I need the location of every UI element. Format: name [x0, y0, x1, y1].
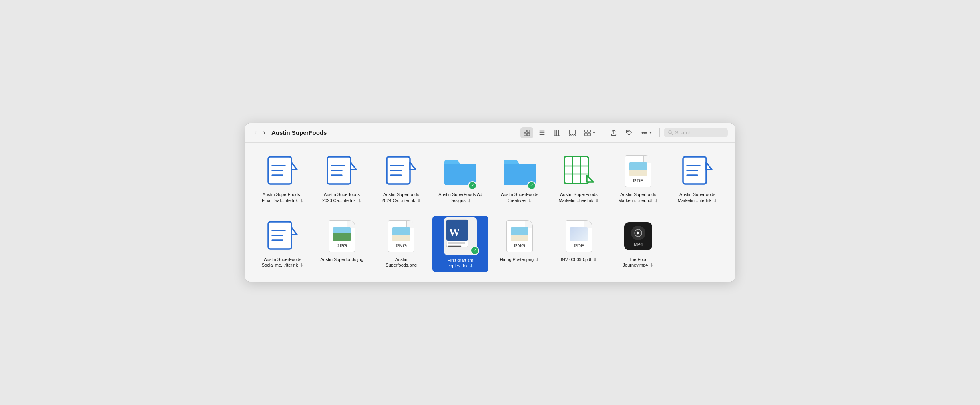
svg-rect-16: [585, 133, 587, 136]
forward-button[interactable]: ›: [261, 128, 267, 138]
file-name: Austin SuperFoods Marketin...heetlnk ⬇: [557, 192, 601, 204]
file-name: Austin Superfoods.png: [379, 257, 423, 269]
svg-marker-33: [351, 162, 356, 170]
list-item[interactable]: ✓ Austin SuperFoods Ad Designs ⬇: [432, 151, 488, 206]
list-item[interactable]: Austin Superfoods 2024 Ca...riterlnk ⬇: [373, 151, 429, 206]
view-columns-button[interactable]: [551, 127, 564, 138]
list-item[interactable]: ✓ Austin SuperFoods Creatives ⬇: [492, 151, 548, 206]
icloud-check-badge: ✓: [527, 181, 536, 190]
icloud-check-badge: ✓: [468, 181, 477, 190]
back-button[interactable]: ‹: [252, 128, 259, 138]
toolbar: ‹ › Austin SuperFoods: [245, 123, 735, 143]
more-button[interactable]: [638, 127, 655, 138]
search-icon: [668, 130, 673, 135]
word-icon: W: [446, 219, 475, 252]
list-item[interactable]: JPG Austin Superfoods.jpg: [314, 216, 370, 273]
file-icon-area: MP4: [620, 218, 656, 254]
file-icon-area: ✓: [502, 153, 538, 189]
file-icon-area: [265, 153, 301, 189]
svg-point-20: [644, 132, 645, 133]
file-icon-area: [679, 153, 715, 189]
svg-marker-28: [291, 162, 297, 170]
writernote-icon: [385, 155, 417, 187]
svg-rect-9: [559, 130, 560, 136]
writernote-icon: [681, 155, 713, 187]
file-icon-area: PDF: [620, 153, 656, 189]
tag-button[interactable]: [623, 127, 635, 138]
file-name: Austin SuperFoods Ad Designs ⬇: [438, 192, 482, 204]
file-icon-area: [383, 153, 419, 189]
writernote-icon: [267, 220, 299, 252]
list-item[interactable]: PNG Austin Superfoods.png: [373, 216, 429, 273]
file-name: Austin Superfoods.jpg: [320, 257, 363, 263]
list-item[interactable]: PNG Hiring Poster.png ⬇: [492, 216, 548, 273]
svg-point-21: [645, 132, 647, 133]
list-item[interactable]: Austin Superfoods 2023 Ca...riterlnk ⬇: [314, 151, 370, 206]
svg-rect-12: [572, 134, 573, 136]
png2-icon: PNG: [506, 220, 533, 252]
pdf-icon: PDF: [625, 155, 651, 187]
search-bar[interactable]: [664, 128, 728, 137]
file-icon-area: ✓: [442, 153, 478, 189]
list-item[interactable]: Austin SuperFoods - Final Draf...riterln…: [255, 151, 311, 206]
list-item[interactable]: Austin SuperFoods Marketin...heetlnk ⬇: [551, 151, 607, 206]
file-name: The Food Journey.mp4 ⬇: [616, 257, 660, 269]
finder-window: ‹ › Austin SuperFoods: [245, 123, 735, 282]
file-icon-area: [324, 153, 360, 189]
svg-rect-3: [527, 133, 530, 136]
file-icon-area: W ✓: [442, 218, 478, 254]
list-item[interactable]: Austin SuperFoods Social me...riterlnk ⬇: [255, 216, 311, 273]
toolbar-divider: [603, 128, 603, 137]
svg-rect-39: [564, 156, 588, 184]
list-item[interactable]: PDF INV-000090.pdf ⬇: [551, 216, 607, 273]
file-name: Hiring Poster.png ⬇: [500, 257, 539, 263]
svg-rect-15: [588, 130, 590, 132]
file-icon-area: [561, 153, 597, 189]
file-name: Austin Superfoods Marketin...rter.pdf ⬇: [616, 192, 660, 204]
list-item[interactable]: W ✓ First draft sm copies.doc ⬇: [432, 216, 488, 273]
list-item[interactable]: PDF Austin Superfoods Marketin...rter.pd…: [610, 151, 666, 206]
svg-rect-11: [570, 134, 571, 136]
svg-rect-13: [574, 134, 576, 136]
view-grid-button[interactable]: [520, 127, 533, 138]
file-icon-area: PDF: [561, 218, 597, 254]
svg-rect-0: [524, 130, 526, 132]
file-name: Austin SuperFoods Social me...riterlnk ⬇: [261, 257, 305, 269]
toolbar-right: [520, 127, 728, 138]
svg-marker-49: [706, 162, 712, 170]
file-name: Austin SuperFoods - Final Draf...riterln…: [261, 192, 305, 204]
mp4-icon: MP4: [624, 222, 652, 250]
file-name: Austin SuperFoods Creatives ⬇: [498, 192, 542, 204]
svg-rect-17: [588, 133, 590, 136]
file-name: Austin Superfoods Marketin...riterlnk ⬇: [675, 192, 719, 204]
share-button[interactable]: [607, 127, 620, 138]
svg-rect-8: [556, 130, 558, 136]
svg-point-18: [627, 131, 628, 132]
file-icon-area: JPG: [324, 218, 360, 254]
svg-rect-10: [570, 130, 575, 134]
spreadsheet-icon: [563, 155, 595, 188]
svg-marker-54: [291, 227, 297, 235]
svg-text:W: W: [449, 226, 460, 238]
search-input[interactable]: [675, 130, 723, 136]
list-item[interactable]: Austin Superfoods Marketin...riterlnk ⬇: [669, 151, 725, 206]
svg-rect-7: [554, 130, 556, 136]
svg-marker-44: [587, 176, 593, 182]
writernote-icon: [267, 155, 299, 187]
view-gallery-button[interactable]: [566, 127, 579, 138]
icloud-check-badge: ✓: [470, 246, 479, 255]
nav-buttons: ‹ ›: [252, 128, 267, 138]
file-grid: Austin SuperFoods - Final Draf...riterln…: [245, 143, 735, 282]
view-group-button[interactable]: [581, 127, 599, 138]
svg-marker-38: [410, 162, 416, 170]
writernote-icon: [326, 155, 358, 187]
file-name: First draft sm copies.doc ⬇: [438, 257, 482, 270]
svg-line-23: [671, 134, 672, 135]
file-icon-area: PNG: [383, 218, 419, 254]
jpg-icon: JPG: [329, 220, 355, 252]
svg-rect-1: [527, 130, 530, 132]
view-list-button[interactable]: [536, 127, 548, 138]
pdf2-icon: PDF: [566, 220, 592, 252]
svg-point-19: [642, 132, 643, 133]
list-item[interactable]: MP4 The Food Journey.mp4 ⬇: [610, 216, 666, 273]
